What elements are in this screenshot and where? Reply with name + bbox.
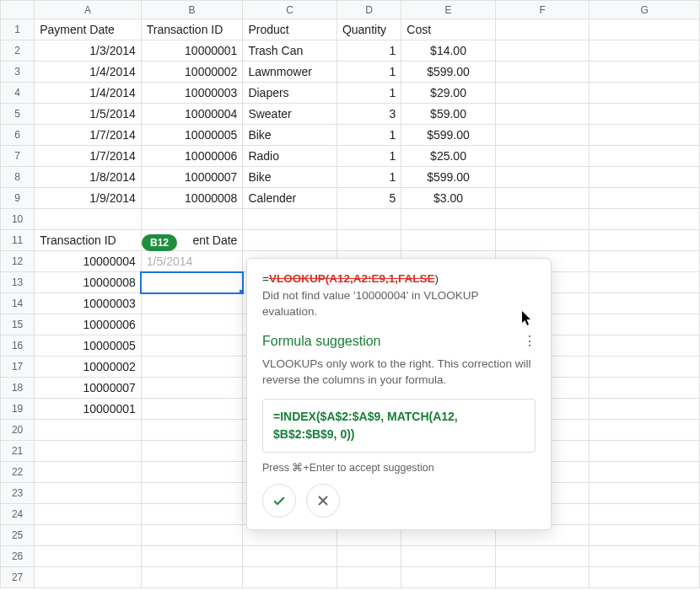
row-header-7[interactable]: 7: [1, 146, 35, 167]
cell-G20[interactable]: [590, 420, 700, 441]
cell-C2[interactable]: Trash Can: [243, 40, 337, 62]
cell-D7[interactable]: 1: [337, 146, 401, 167]
cell-F4[interactable]: [495, 83, 590, 104]
cell-G16[interactable]: [590, 335, 700, 357]
cell-A14[interactable]: 10000003: [35, 293, 142, 314]
cell-C9[interactable]: Calender: [243, 188, 337, 209]
row-header-23[interactable]: 23: [1, 483, 35, 504]
cell-G25[interactable]: [590, 525, 700, 546]
cell-A26[interactable]: [35, 546, 142, 567]
cell-A6[interactable]: 1/7/2014: [35, 125, 142, 146]
cell-D1[interactable]: Quantity: [337, 19, 401, 40]
cell-A7[interactable]: 1/7/2014: [35, 146, 142, 167]
cell-F26[interactable]: [495, 546, 590, 567]
cell-A5[interactable]: 1/5/2014: [35, 104, 142, 125]
cell-E6[interactable]: $599.00: [401, 125, 496, 146]
col-header-D[interactable]: D: [337, 1, 401, 19]
row-header-25[interactable]: 25: [1, 525, 35, 546]
cell-C8[interactable]: Bike: [243, 167, 337, 188]
cell-B1[interactable]: Transaction ID: [141, 19, 243, 40]
cell-A15[interactable]: 10000006: [35, 314, 142, 335]
cell-A10[interactable]: [35, 209, 142, 230]
col-header-G[interactable]: G: [590, 1, 700, 19]
cell-B21[interactable]: [141, 441, 243, 462]
cell-A25[interactable]: [35, 525, 142, 546]
cell-B19[interactable]: [141, 399, 243, 420]
cell-F8[interactable]: [495, 167, 590, 188]
cell-F7[interactable]: [495, 146, 590, 167]
cell-B22[interactable]: [141, 462, 243, 483]
dismiss-suggestion-button[interactable]: [306, 484, 340, 518]
cell-C4[interactable]: Diapers: [243, 83, 337, 104]
cell-B20[interactable]: [141, 420, 243, 441]
cell-F11[interactable]: [495, 230, 590, 251]
row-header-24[interactable]: 24: [1, 504, 35, 525]
row-header-3[interactable]: 3: [1, 62, 35, 83]
cell-G27[interactable]: [590, 567, 700, 588]
cell-E27[interactable]: [401, 567, 496, 588]
cell-A20[interactable]: [35, 420, 142, 441]
cell-B2[interactable]: 10000001: [141, 40, 243, 62]
cell-B25[interactable]: [141, 525, 243, 546]
cell-B3[interactable]: 10000002: [141, 62, 243, 83]
cell-A22[interactable]: [35, 462, 142, 483]
cell-B17[interactable]: [141, 357, 243, 378]
col-header-E[interactable]: E: [401, 1, 496, 19]
cell-B10[interactable]: [141, 209, 243, 230]
cell-G23[interactable]: [590, 483, 700, 504]
row-header-5[interactable]: 5: [1, 104, 35, 125]
cell-G5[interactable]: [590, 104, 700, 125]
cell-D11[interactable]: [337, 230, 401, 251]
cell-A8[interactable]: 1/8/2014: [35, 167, 142, 188]
row-header-26[interactable]: 26: [1, 546, 35, 567]
cell-G11[interactable]: [590, 230, 700, 251]
cell-E26[interactable]: [401, 546, 496, 567]
accept-suggestion-button[interactable]: [262, 484, 296, 518]
row-header-19[interactable]: 19: [1, 399, 35, 420]
more-options-icon[interactable]: ⋮: [523, 335, 536, 348]
cell-D27[interactable]: [337, 567, 401, 588]
cell-F6[interactable]: [495, 125, 590, 146]
cell-G18[interactable]: [590, 378, 700, 399]
row-header-12[interactable]: 12: [1, 251, 35, 272]
cell-F9[interactable]: [495, 188, 590, 209]
cell-A13[interactable]: 10000008: [35, 272, 142, 293]
cell-G7[interactable]: [590, 146, 700, 167]
row-header-6[interactable]: 6: [1, 125, 35, 146]
cell-B12[interactable]: 1/5/2014: [141, 251, 243, 272]
cell-E7[interactable]: $25.00: [401, 146, 496, 167]
cell-G14[interactable]: [590, 293, 700, 314]
row-header-1[interactable]: 1: [1, 19, 35, 40]
cell-D9[interactable]: 5: [337, 188, 401, 209]
cell-A12[interactable]: 10000004: [35, 251, 142, 272]
row-header-22[interactable]: 22: [1, 462, 35, 483]
cell-C5[interactable]: Sweater: [243, 104, 337, 125]
cell-A4[interactable]: 1/4/2014: [35, 83, 142, 104]
row-header-11[interactable]: 11: [1, 230, 35, 251]
cell-C3[interactable]: Lawnmower: [243, 62, 337, 83]
cell-B16[interactable]: [141, 335, 243, 357]
col-header-C[interactable]: C: [243, 1, 337, 19]
cell-D26[interactable]: [337, 546, 401, 567]
cell-G17[interactable]: [590, 357, 700, 378]
col-header-F[interactable]: F: [495, 1, 590, 19]
cell-B26[interactable]: [141, 546, 243, 567]
cell-G15[interactable]: [590, 314, 700, 335]
cell-C11[interactable]: [243, 230, 337, 251]
row-header-10[interactable]: 10: [1, 209, 35, 230]
cell-B24[interactable]: [141, 504, 243, 525]
cell-E2[interactable]: $14.00: [401, 40, 496, 62]
row-header-9[interactable]: 9: [1, 188, 35, 209]
cell-A24[interactable]: [35, 504, 142, 525]
cell-E1[interactable]: Cost: [401, 19, 496, 40]
row-header-21[interactable]: 21: [1, 441, 35, 462]
cell-A1[interactable]: Payment Date: [35, 19, 142, 40]
cell-A11[interactable]: Transaction ID: [35, 230, 142, 251]
cell-G13[interactable]: [590, 272, 700, 293]
cell-F10[interactable]: [495, 209, 590, 230]
cell-G21[interactable]: [590, 441, 700, 462]
cell-E9[interactable]: $3.00: [401, 188, 496, 209]
cell-D3[interactable]: 1: [337, 62, 401, 83]
cell-C26[interactable]: [243, 546, 337, 567]
row-header-20[interactable]: 20: [1, 420, 35, 441]
